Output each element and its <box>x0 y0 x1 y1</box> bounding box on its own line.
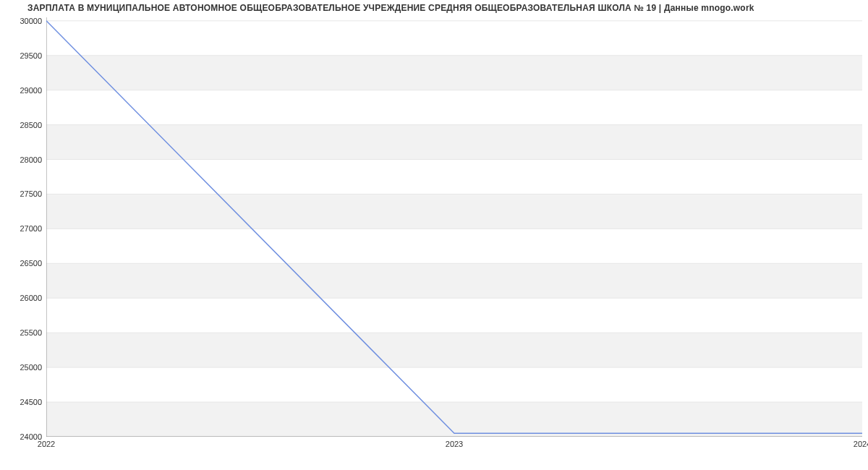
grid-bands <box>46 56 862 437</box>
plot-svg <box>46 17 862 437</box>
x-tick-label: 2022 <box>38 440 55 448</box>
x-tick-label: 2023 <box>446 440 463 448</box>
svg-rect-2 <box>46 263 862 298</box>
y-tick-label: 30000 <box>6 17 42 25</box>
y-tick-label: 28500 <box>6 121 42 129</box>
salary-chart: ЗАРПЛАТА В МУНИЦИПАЛЬНОЕ АВТОНОМНОЕ ОБЩЕ… <box>0 0 868 470</box>
y-tick-label: 24500 <box>6 398 42 406</box>
y-tick-label: 29000 <box>6 86 42 95</box>
y-tick-label: 25000 <box>6 363 42 372</box>
x-tick-label: 2024 <box>854 440 868 448</box>
y-tick-label: 26500 <box>6 259 42 268</box>
y-tick-label: 25500 <box>6 328 42 337</box>
svg-rect-4 <box>46 125 862 160</box>
svg-rect-0 <box>46 402 862 437</box>
svg-rect-3 <box>46 194 862 228</box>
y-tick-label: 29500 <box>6 51 42 60</box>
y-tick-label: 24000 <box>6 432 42 441</box>
y-tick-label: 27500 <box>6 189 42 198</box>
chart-title: ЗАРПЛАТА В МУНИЦИПАЛЬНОЕ АВТОНОМНОЕ ОБЩЕ… <box>27 3 754 13</box>
svg-rect-5 <box>46 56 862 90</box>
svg-rect-1 <box>46 333 862 367</box>
plot-area <box>46 17 862 437</box>
y-tick-label: 28000 <box>6 155 42 164</box>
y-tick-label: 27000 <box>6 224 42 233</box>
y-tick-label: 26000 <box>6 294 42 302</box>
